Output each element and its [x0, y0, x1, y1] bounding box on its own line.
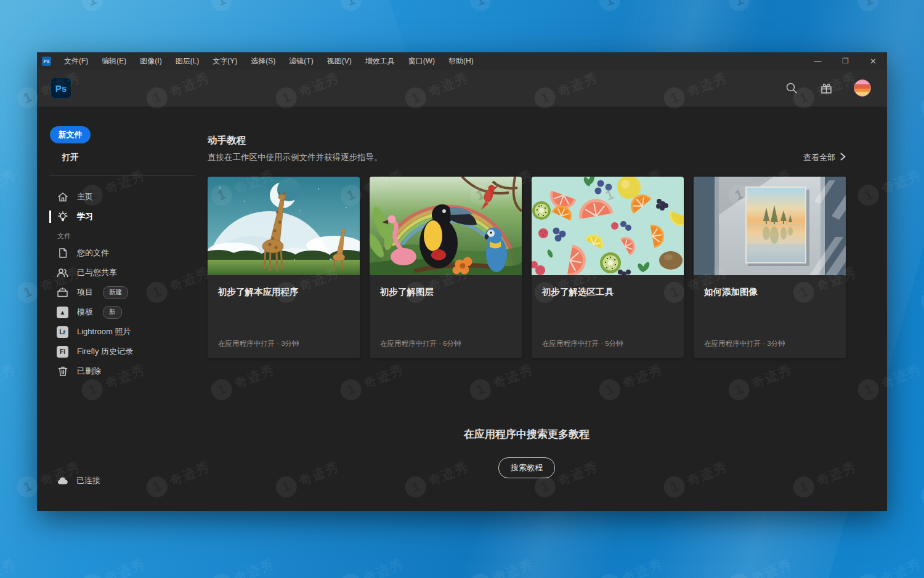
minimize-button[interactable]: — [804, 52, 832, 70]
menu-edit[interactable]: 编辑(E) [95, 52, 133, 70]
tutorial-thumbnail-giraffes [208, 177, 360, 275]
connection-status: 已连接 [49, 475, 208, 486]
photoshop-window: Ps 文件(F) 编辑(E) 图像(I) 图层(L) 文字(Y) 选择(S) 滤… [37, 52, 887, 511]
project-icon [57, 287, 68, 299]
tutorial-card-selection-tools[interactable]: 初步了解选区工具 在应用程序中打开 · 5分钟 [532, 177, 684, 358]
tutorial-card-add-images[interactable]: 如何添加图像 在应用程序中打开 · 3分钟 [694, 177, 846, 358]
sidebar-item-learn[interactable]: 学习 [49, 207, 208, 227]
document-icon [57, 247, 68, 259]
tutorial-card-get-started[interactable]: 初步了解本应用程序 在应用程序中打开 · 3分钟 [208, 177, 360, 358]
gift-icon[interactable] [819, 81, 833, 95]
search-prompt-text: 在应用程序中搜索更多教程 [464, 427, 590, 441]
card-body: 初步了解图层 在应用程序中打开 · 6分钟 [370, 275, 522, 358]
card-meta: 在应用程序中打开 · 5分钟 [542, 339, 673, 348]
photoshop-logo: Ps [51, 78, 71, 98]
connection-status-label: 已连接 [76, 475, 100, 486]
home-icon [57, 191, 68, 203]
tutorial-thumbnail-fruit [532, 177, 684, 275]
menu-window[interactable]: 窗口(W) [402, 52, 442, 70]
sidebar-item-label: Lightroom 照片 [77, 326, 131, 337]
card-title: 初步了解选区工具 [542, 286, 673, 298]
page-subtitle: 直接在工作区中使用示例文件并获得逐步指导。 [208, 152, 383, 163]
chevron-right-icon [840, 153, 846, 163]
watermark: 1奇迹秀 [726, 553, 796, 578]
menu-filter[interactable]: 滤镜(T) [282, 52, 320, 70]
tutorial-card-layers[interactable]: 初步了解图层 在应用程序中打开 · 6分钟 [370, 177, 522, 358]
close-button[interactable]: ✕ [859, 52, 887, 70]
sidebar-item-home[interactable]: 主页 [49, 187, 208, 207]
tutorial-cards: 初步了解本应用程序 在应用程序中打开 · 3分钟 [208, 177, 846, 358]
templates-icon: ▲ [57, 307, 68, 318]
watermark: 1奇迹秀 [467, 553, 537, 578]
watermark: 1奇迹秀 [79, 553, 149, 578]
watermark: 1奇迹秀 [338, 553, 408, 578]
new-badge: 新 [103, 306, 122, 319]
card-title: 如何添加图像 [704, 286, 835, 298]
trash-icon [57, 366, 68, 377]
search-more-section: 在应用程序中搜索更多教程 搜索教程 [208, 427, 846, 478]
window-controls: — ❐ ✕ [804, 52, 887, 70]
watermark: 1奇迹秀 [596, 0, 667, 14]
watermark: 1奇迹秀 [0, 0, 19, 14]
main-content: 动手教程 直接在工作区中使用示例文件并获得逐步指导。 查看全部 [208, 106, 887, 511]
menu-help[interactable]: 帮助(H) [442, 52, 480, 70]
card-body: 如何添加图像 在应用程序中打开 · 3分钟 [694, 275, 846, 358]
search-icon[interactable] [785, 81, 798, 95]
lightbulb-icon [57, 211, 68, 223]
watermark: 1奇迹秀 [0, 164, 19, 209]
search-tutorials-button[interactable]: 搜索教程 [498, 457, 555, 478]
menu-bar: Ps 文件(F) 编辑(E) 图像(I) 图层(L) 文字(Y) 选择(S) 滤… [37, 52, 887, 70]
cloud-icon [57, 475, 69, 486]
section-header: 动手教程 直接在工作区中使用示例文件并获得逐步指导。 查看全部 [208, 134, 846, 163]
card-meta: 在应用程序中打开 · 6分钟 [380, 339, 511, 348]
new-file-button[interactable]: 新文件 [50, 126, 91, 143]
card-title: 初步了解本应用程序 [218, 286, 349, 298]
watermark: 1奇迹秀 [338, 0, 408, 14]
card-meta: 在应用程序中打开 · 3分钟 [218, 339, 349, 348]
menu-layer[interactable]: 图层(L) [169, 52, 206, 70]
sidebar-item-shared[interactable]: 已与您共享 [49, 263, 208, 283]
app-header: Ps [37, 70, 887, 106]
menu-view[interactable]: 视图(V) [320, 52, 359, 70]
sidebar-item-templates[interactable]: ▲ 模板 新 [49, 302, 208, 322]
sidebar-item-projects[interactable]: 项目 新建 [49, 283, 208, 302]
maximize-button[interactable]: ❐ [832, 52, 859, 70]
sidebar-item-your-files[interactable]: 您的文件 [49, 243, 208, 263]
card-body: 初步了解选区工具 在应用程序中打开 · 5分钟 [532, 275, 684, 358]
new-badge: 新建 [103, 286, 128, 299]
sidebar-item-label: 学习 [77, 211, 93, 222]
watermark: 1奇迹秀 [208, 553, 278, 578]
user-avatar[interactable] [854, 79, 871, 97]
watermark: 1奇迹秀 [596, 553, 667, 578]
card-meta: 在应用程序中打开 · 3分钟 [704, 339, 835, 348]
sidebar-item-firefly[interactable]: Fi Firefly 历史记录 [49, 342, 208, 361]
menu-file[interactable]: 文件(F) [57, 52, 95, 70]
watermark: 1奇迹秀 [467, 0, 537, 14]
watermark: 1奇迹秀 [0, 359, 19, 403]
people-icon [57, 267, 68, 279]
see-all-label: 查看全部 [803, 152, 835, 163]
watermark: 1奇迹秀 [855, 0, 924, 14]
sidebar-item-label: 模板 [77, 307, 93, 318]
photoshop-taskbar-icon: Ps [42, 57, 51, 66]
sidebar-divider [49, 175, 195, 176]
menu-type[interactable]: 文字(Y) [206, 52, 244, 70]
watermark: 1奇迹秀 [208, 0, 278, 14]
sidebar-item-label: 已与您共享 [77, 267, 117, 278]
sidebar-item-lightroom[interactable]: Lr Lightroom 照片 [49, 322, 208, 342]
sidebar-item-label: 已删除 [77, 366, 101, 377]
firefly-icon: Fi [57, 346, 68, 358]
card-title: 初步了解图层 [380, 286, 511, 298]
lightroom-icon: Lr [57, 326, 68, 338]
home-screen: 新文件 打开 主页 学习 文件 [37, 106, 887, 511]
watermark: 1奇迹秀 [913, 73, 924, 135]
sidebar-item-label: 您的文件 [77, 247, 109, 259]
watermark: 1奇迹秀 [79, 0, 149, 14]
see-all-link[interactable]: 查看全部 [803, 152, 846, 163]
sidebar: 新文件 打开 主页 学习 文件 [37, 106, 208, 511]
menu-plugins[interactable]: 增效工具 [359, 52, 402, 70]
sidebar-item-deleted[interactable]: 已删除 [49, 361, 208, 381]
menu-select[interactable]: 选择(S) [244, 52, 282, 70]
open-button[interactable]: 打开 [58, 152, 83, 163]
menu-image[interactable]: 图像(I) [133, 52, 168, 70]
